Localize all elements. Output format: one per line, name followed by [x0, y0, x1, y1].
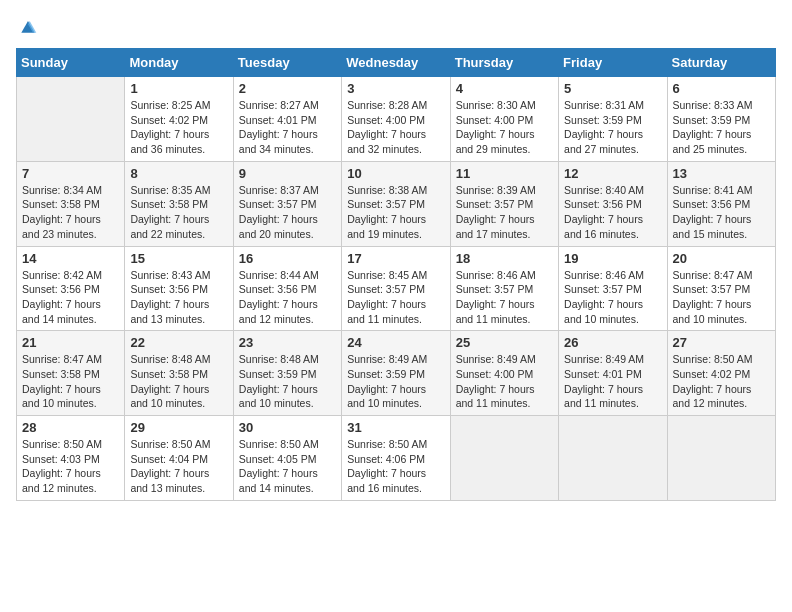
- calendar-week-3: 14Sunrise: 8:42 AMSunset: 3:56 PMDayligh…: [17, 246, 776, 331]
- calendar-cell: 14Sunrise: 8:42 AMSunset: 3:56 PMDayligh…: [17, 246, 125, 331]
- calendar-cell: 26Sunrise: 8:49 AMSunset: 4:01 PMDayligh…: [559, 331, 667, 416]
- day-number: 27: [673, 335, 770, 350]
- calendar-cell: [17, 77, 125, 162]
- day-number: 13: [673, 166, 770, 181]
- calendar-cell: 28Sunrise: 8:50 AMSunset: 4:03 PMDayligh…: [17, 416, 125, 501]
- calendar-cell: 3Sunrise: 8:28 AMSunset: 4:00 PMDaylight…: [342, 77, 450, 162]
- calendar-cell: 12Sunrise: 8:40 AMSunset: 3:56 PMDayligh…: [559, 161, 667, 246]
- cell-info: Sunrise: 8:50 AMSunset: 4:06 PMDaylight:…: [347, 437, 444, 496]
- day-number: 17: [347, 251, 444, 266]
- calendar-cell: 23Sunrise: 8:48 AMSunset: 3:59 PMDayligh…: [233, 331, 341, 416]
- cell-info: Sunrise: 8:47 AMSunset: 3:58 PMDaylight:…: [22, 352, 119, 411]
- header-saturday: Saturday: [667, 49, 775, 77]
- cell-info: Sunrise: 8:47 AMSunset: 3:57 PMDaylight:…: [673, 268, 770, 327]
- calendar-cell: 8Sunrise: 8:35 AMSunset: 3:58 PMDaylight…: [125, 161, 233, 246]
- calendar-cell: 29Sunrise: 8:50 AMSunset: 4:04 PMDayligh…: [125, 416, 233, 501]
- day-number: 20: [673, 251, 770, 266]
- day-number: 29: [130, 420, 227, 435]
- day-number: 16: [239, 251, 336, 266]
- cell-info: Sunrise: 8:27 AMSunset: 4:01 PMDaylight:…: [239, 98, 336, 157]
- header-tuesday: Tuesday: [233, 49, 341, 77]
- calendar-cell: 5Sunrise: 8:31 AMSunset: 3:59 PMDaylight…: [559, 77, 667, 162]
- cell-info: Sunrise: 8:37 AMSunset: 3:57 PMDaylight:…: [239, 183, 336, 242]
- cell-info: Sunrise: 8:49 AMSunset: 3:59 PMDaylight:…: [347, 352, 444, 411]
- calendar-week-5: 28Sunrise: 8:50 AMSunset: 4:03 PMDayligh…: [17, 416, 776, 501]
- cell-info: Sunrise: 8:35 AMSunset: 3:58 PMDaylight:…: [130, 183, 227, 242]
- day-number: 25: [456, 335, 553, 350]
- day-number: 6: [673, 81, 770, 96]
- day-number: 19: [564, 251, 661, 266]
- day-number: 31: [347, 420, 444, 435]
- cell-info: Sunrise: 8:49 AMSunset: 4:00 PMDaylight:…: [456, 352, 553, 411]
- calendar-cell: 1Sunrise: 8:25 AMSunset: 4:02 PMDaylight…: [125, 77, 233, 162]
- calendar-cell: 18Sunrise: 8:46 AMSunset: 3:57 PMDayligh…: [450, 246, 558, 331]
- cell-info: Sunrise: 8:46 AMSunset: 3:57 PMDaylight:…: [564, 268, 661, 327]
- calendar-cell: 19Sunrise: 8:46 AMSunset: 3:57 PMDayligh…: [559, 246, 667, 331]
- day-number: 18: [456, 251, 553, 266]
- cell-info: Sunrise: 8:28 AMSunset: 4:00 PMDaylight:…: [347, 98, 444, 157]
- calendar-cell: 6Sunrise: 8:33 AMSunset: 3:59 PMDaylight…: [667, 77, 775, 162]
- cell-info: Sunrise: 8:45 AMSunset: 3:57 PMDaylight:…: [347, 268, 444, 327]
- calendar-week-4: 21Sunrise: 8:47 AMSunset: 3:58 PMDayligh…: [17, 331, 776, 416]
- calendar-cell: [667, 416, 775, 501]
- calendar-cell: 31Sunrise: 8:50 AMSunset: 4:06 PMDayligh…: [342, 416, 450, 501]
- calendar-cell: 13Sunrise: 8:41 AMSunset: 3:56 PMDayligh…: [667, 161, 775, 246]
- day-number: 9: [239, 166, 336, 181]
- calendar-cell: 10Sunrise: 8:38 AMSunset: 3:57 PMDayligh…: [342, 161, 450, 246]
- calendar-cell: 16Sunrise: 8:44 AMSunset: 3:56 PMDayligh…: [233, 246, 341, 331]
- calendar-cell: 22Sunrise: 8:48 AMSunset: 3:58 PMDayligh…: [125, 331, 233, 416]
- cell-info: Sunrise: 8:50 AMSunset: 4:02 PMDaylight:…: [673, 352, 770, 411]
- cell-info: Sunrise: 8:25 AMSunset: 4:02 PMDaylight:…: [130, 98, 227, 157]
- cell-info: Sunrise: 8:50 AMSunset: 4:05 PMDaylight:…: [239, 437, 336, 496]
- calendar-cell: 24Sunrise: 8:49 AMSunset: 3:59 PMDayligh…: [342, 331, 450, 416]
- day-number: 1: [130, 81, 227, 96]
- calendar-cell: [559, 416, 667, 501]
- calendar-cell: 27Sunrise: 8:50 AMSunset: 4:02 PMDayligh…: [667, 331, 775, 416]
- cell-info: Sunrise: 8:46 AMSunset: 3:57 PMDaylight:…: [456, 268, 553, 327]
- calendar-cell: 20Sunrise: 8:47 AMSunset: 3:57 PMDayligh…: [667, 246, 775, 331]
- day-number: 21: [22, 335, 119, 350]
- day-number: 15: [130, 251, 227, 266]
- day-number: 30: [239, 420, 336, 435]
- day-number: 26: [564, 335, 661, 350]
- day-number: 23: [239, 335, 336, 350]
- page-header: [16, 16, 776, 36]
- day-number: 10: [347, 166, 444, 181]
- day-number: 14: [22, 251, 119, 266]
- logo: [16, 16, 38, 36]
- header-wednesday: Wednesday: [342, 49, 450, 77]
- cell-info: Sunrise: 8:33 AMSunset: 3:59 PMDaylight:…: [673, 98, 770, 157]
- cell-info: Sunrise: 8:44 AMSunset: 3:56 PMDaylight:…: [239, 268, 336, 327]
- calendar-cell: 9Sunrise: 8:37 AMSunset: 3:57 PMDaylight…: [233, 161, 341, 246]
- calendar-cell: 7Sunrise: 8:34 AMSunset: 3:58 PMDaylight…: [17, 161, 125, 246]
- calendar-cell: 15Sunrise: 8:43 AMSunset: 3:56 PMDayligh…: [125, 246, 233, 331]
- calendar-cell: 4Sunrise: 8:30 AMSunset: 4:00 PMDaylight…: [450, 77, 558, 162]
- day-number: 4: [456, 81, 553, 96]
- cell-info: Sunrise: 8:39 AMSunset: 3:57 PMDaylight:…: [456, 183, 553, 242]
- day-number: 7: [22, 166, 119, 181]
- calendar-cell: [450, 416, 558, 501]
- logo-icon: [18, 16, 38, 36]
- cell-info: Sunrise: 8:42 AMSunset: 3:56 PMDaylight:…: [22, 268, 119, 327]
- cell-info: Sunrise: 8:48 AMSunset: 3:59 PMDaylight:…: [239, 352, 336, 411]
- cell-info: Sunrise: 8:49 AMSunset: 4:01 PMDaylight:…: [564, 352, 661, 411]
- header-monday: Monday: [125, 49, 233, 77]
- calendar-cell: 21Sunrise: 8:47 AMSunset: 3:58 PMDayligh…: [17, 331, 125, 416]
- header-thursday: Thursday: [450, 49, 558, 77]
- cell-info: Sunrise: 8:50 AMSunset: 4:04 PMDaylight:…: [130, 437, 227, 496]
- cell-info: Sunrise: 8:30 AMSunset: 4:00 PMDaylight:…: [456, 98, 553, 157]
- day-number: 22: [130, 335, 227, 350]
- calendar-week-1: 1Sunrise: 8:25 AMSunset: 4:02 PMDaylight…: [17, 77, 776, 162]
- calendar-week-2: 7Sunrise: 8:34 AMSunset: 3:58 PMDaylight…: [17, 161, 776, 246]
- day-number: 24: [347, 335, 444, 350]
- day-number: 5: [564, 81, 661, 96]
- calendar-cell: 25Sunrise: 8:49 AMSunset: 4:00 PMDayligh…: [450, 331, 558, 416]
- day-number: 28: [22, 420, 119, 435]
- calendar-table: SundayMondayTuesdayWednesdayThursdayFrid…: [16, 48, 776, 501]
- cell-info: Sunrise: 8:41 AMSunset: 3:56 PMDaylight:…: [673, 183, 770, 242]
- cell-info: Sunrise: 8:43 AMSunset: 3:56 PMDaylight:…: [130, 268, 227, 327]
- day-number: 2: [239, 81, 336, 96]
- day-number: 11: [456, 166, 553, 181]
- cell-info: Sunrise: 8:50 AMSunset: 4:03 PMDaylight:…: [22, 437, 119, 496]
- cell-info: Sunrise: 8:31 AMSunset: 3:59 PMDaylight:…: [564, 98, 661, 157]
